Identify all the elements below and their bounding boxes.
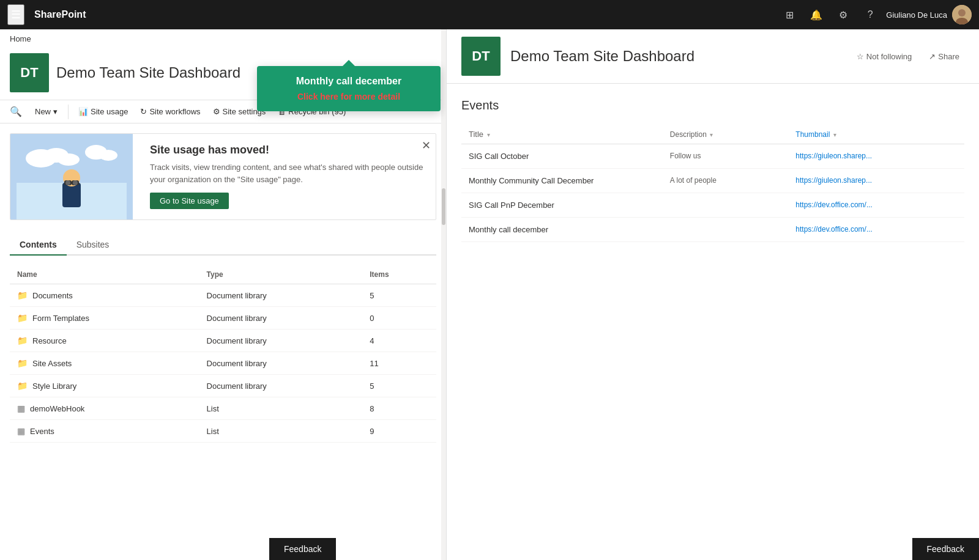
notice-title: Site usage has moved! (150, 144, 428, 157)
new-chevron-icon: ▾ (53, 107, 58, 116)
events-section: Events Title ▾ Description ▾ Thumbnai (447, 84, 979, 560)
help-button[interactable]: ? (859, 4, 881, 26)
table-row[interactable]: 📁Documents Document library 5 (10, 284, 436, 307)
notice-image (10, 134, 133, 219)
share-icon: ↗ (929, 52, 936, 61)
col-items-header: Items (362, 265, 436, 284)
share-label: Share (938, 52, 959, 61)
scroll-thumb[interactable] (442, 188, 445, 225)
svg-point-1 (958, 9, 966, 17)
new-button[interactable]: New ▾ (29, 104, 63, 119)
cell-type: Document library (199, 375, 363, 397)
user-profile[interactable]: Giuliano De Luca (886, 5, 972, 24)
notice-body: ✕ Site usage has moved! Track visits, vi… (143, 134, 436, 219)
tab-subsites[interactable]: Subsites (67, 235, 119, 256)
title-sort-icon[interactable]: ▾ (487, 131, 490, 138)
desc-sort-icon[interactable]: ▾ (710, 131, 713, 138)
hamburger-button[interactable]: ☰ (7, 4, 24, 25)
table-row[interactable]: ▦demoWebHook List 8 (10, 397, 436, 420)
events-table: Title ▾ Description ▾ Thumbnail ▾ (461, 125, 964, 242)
topbar: ☰ SharePoint ⊞ 🔔 ⚙ ? Giuliano De Luca (0, 0, 979, 29)
search-icon[interactable]: 🔍 (10, 106, 22, 117)
notice-close-button[interactable]: ✕ (422, 139, 431, 152)
site-header-right: DT Demo Team Site Dashboard ☆ Not follow… (447, 29, 979, 84)
cell-name: 📁Style Library (10, 375, 199, 397)
notice-description: Track visits, view trending content, and… (150, 161, 428, 185)
events-col-desc-header: Description ▾ (663, 125, 789, 144)
share-button[interactable]: ↗ Share (924, 50, 964, 64)
svg-point-15 (73, 180, 78, 185)
list-icon: ▦ (17, 403, 25, 413)
left-panel: Home DT Demo Team Site Dashboard Monthly… (0, 29, 447, 560)
cell-name: 📁Resource (10, 330, 199, 352)
events-col-thumb-header: Thumbnail ▾ (788, 125, 964, 144)
cell-items: 9 (362, 420, 436, 443)
event-description (663, 193, 789, 218)
tab-contents[interactable]: Contents (10, 235, 67, 256)
cell-type: Document library (199, 284, 363, 307)
cell-items: 5 (362, 284, 436, 307)
folder-icon: 📁 (17, 313, 28, 323)
star-icon: ☆ (857, 52, 864, 61)
site-settings-icon: ⚙ (213, 107, 220, 116)
popup-triangle (343, 60, 355, 66)
svg-point-9 (99, 150, 117, 161)
new-label: New (35, 107, 51, 116)
site-workflows-button[interactable]: ↻ Site workflows (135, 105, 205, 119)
topbar-icons: ⊞ 🔔 ⚙ ? Giuliano De Luca (778, 4, 972, 26)
popup-link[interactable]: Click here for more detail (297, 92, 400, 101)
site-title-left: Demo Team Site Dashboard (56, 64, 240, 81)
settings-button[interactable]: ⚙ (832, 4, 854, 26)
content-area: ✕ Site usage has moved! Track visits, vi… (0, 123, 446, 560)
site-actions: ☆ Not following ↗ Share (852, 50, 964, 64)
popup-tooltip[interactable]: Monthly call december Click here for mor… (257, 66, 441, 111)
cell-items: 8 (362, 397, 436, 420)
cell-name: 📁Documents (10, 284, 199, 307)
username-label: Giuliano De Luca (886, 10, 947, 20)
list-item[interactable]: Monthly call december https://dev.office… (461, 218, 964, 242)
thumb-sort-icon[interactable]: ▾ (833, 131, 836, 138)
cell-type: Document library (199, 330, 363, 352)
table-row[interactable]: 📁Style Library Document library 5 (10, 375, 436, 397)
table-row[interactable]: 📁Resource Document library 4 (10, 330, 436, 352)
table-row[interactable]: ▦Events List 9 (10, 420, 436, 443)
folder-icon: 📁 (17, 381, 28, 391)
breadcrumb[interactable]: Home (0, 29, 446, 48)
event-title: Monthly Community Call December (461, 169, 663, 193)
feedback-button-right[interactable]: Feedback (912, 538, 979, 560)
cell-type: Document library (199, 307, 363, 330)
site-icon-right: DT (461, 37, 501, 76)
event-description: Follow us (663, 144, 789, 169)
cell-items: 4 (362, 330, 436, 352)
not-following-button[interactable]: ☆ Not following (852, 50, 917, 64)
events-col-title-header: Title ▾ (461, 125, 663, 144)
notice-banner: ✕ Site usage has moved! Track visits, vi… (10, 133, 436, 220)
list-item[interactable]: Monthly Community Call December A lot of… (461, 169, 964, 193)
event-description (663, 218, 789, 242)
folder-icon: 📁 (17, 336, 28, 345)
bell-button[interactable]: 🔔 (805, 4, 827, 26)
svg-point-14 (65, 180, 70, 185)
table-row[interactable]: 📁Site Assets Document library 11 (10, 352, 436, 375)
event-title: Monthly call december (461, 218, 663, 242)
events-title: Events (461, 98, 964, 112)
event-thumbnail: https://dev.office.com/... (788, 218, 964, 242)
cell-name: ▦demoWebHook (10, 397, 199, 420)
cell-name: 📁Form Templates (10, 307, 199, 330)
popup-title: Monthly call december (269, 76, 428, 87)
toolbar-separator (68, 105, 69, 119)
list-item[interactable]: SIG Call PnP December https://dev.office… (461, 193, 964, 218)
scroll-track[interactable] (441, 29, 446, 560)
list-item[interactable]: SIG Call October Follow us https://giule… (461, 144, 964, 169)
right-panel: DT Demo Team Site Dashboard ☆ Not follow… (447, 29, 979, 560)
site-usage-label: Site usage (91, 107, 128, 116)
waffle-button[interactable]: ⊞ (778, 4, 800, 26)
feedback-button-left[interactable]: Feedback (269, 538, 336, 560)
col-type-header: Type (199, 265, 363, 284)
table-row[interactable]: 📁Form Templates Document library 0 (10, 307, 436, 330)
site-usage-icon: 📊 (78, 107, 88, 116)
cell-name: ▦Events (10, 420, 199, 443)
app-logo: SharePoint (34, 9, 86, 20)
go-to-site-usage-button[interactable]: Go to Site usage (150, 193, 229, 209)
site-usage-button[interactable]: 📊 Site usage (73, 105, 133, 119)
